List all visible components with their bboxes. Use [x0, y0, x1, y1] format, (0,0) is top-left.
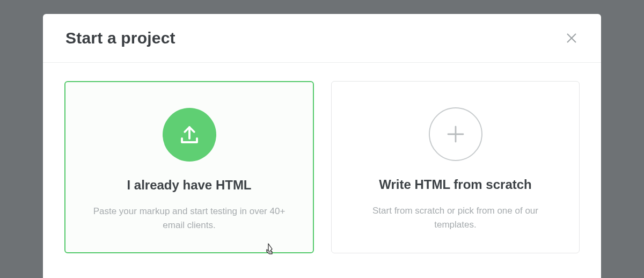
start-project-modal: Start a project I already have HTML Past…: [43, 14, 601, 278]
option-description: Paste your markup and start testing in o…: [93, 204, 286, 233]
option-write-from-scratch[interactable]: Write HTML from scratch Start from scrat…: [331, 81, 580, 253]
upload-icon-circle: [163, 108, 216, 162]
close-button[interactable]: [564, 30, 580, 46]
modal-body: I already have HTML Paste your markup an…: [43, 63, 601, 253]
plus-icon: [444, 123, 467, 145]
modal-header: Start a project: [43, 14, 601, 63]
close-icon: [565, 32, 578, 45]
option-title: I already have HTML: [127, 178, 251, 193]
option-already-have-html[interactable]: I already have HTML Paste your markup an…: [64, 81, 314, 253]
upload-icon: [178, 123, 201, 146]
option-title: Write HTML from scratch: [379, 177, 532, 192]
option-description: Start from scratch or pick from one of o…: [359, 204, 552, 232]
modal-title: Start a project: [65, 29, 175, 47]
plus-icon-circle: [429, 107, 482, 161]
